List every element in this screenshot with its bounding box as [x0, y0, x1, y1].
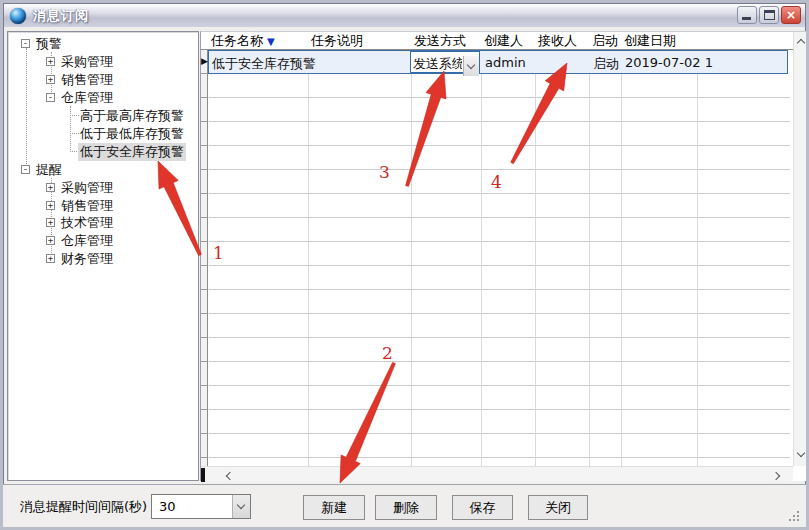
tree-connector — [26, 48, 27, 170]
tree-item-diyu-zuidi[interactable]: 低于最低库存预警 — [78, 125, 186, 142]
header-receiver[interactable]: 接收人 — [535, 32, 589, 50]
header-task-name[interactable]: 任务名称▼ — [208, 32, 308, 50]
send-method-dropdown[interactable]: 发送系统 — [410, 51, 480, 73]
app-globe-icon — [10, 8, 26, 24]
task-grid: 任务名称▼ 任务说明 发送方式 创建人 接收人 启动 创建日期 ▶ 低于安全库存… — [200, 31, 806, 481]
expand-icon[interactable]: + — [46, 183, 55, 192]
window-title: 消息订阅 — [33, 7, 89, 25]
minimize-icon — [742, 17, 751, 20]
scroll-left-icon[interactable] — [226, 472, 234, 480]
close-button[interactable]: × — [781, 6, 801, 24]
tree-item-caiwu[interactable]: +财务管理 — [46, 250, 115, 267]
collapse-icon[interactable]: - — [46, 93, 55, 102]
row-indicator-column: ▶ — [201, 50, 208, 466]
tree-item-diyu-anquan[interactable]: 低于安全库存预警 — [78, 143, 186, 160]
tree-item-gaoyu-zuigao[interactable]: 高于最高库存预警 — [78, 107, 186, 124]
header-created-date[interactable]: 创建日期 — [621, 32, 697, 50]
close-dialog-button[interactable]: 关闭 — [528, 495, 588, 520]
scroll-down-icon[interactable] — [797, 449, 805, 457]
scroll-right-icon[interactable] — [772, 472, 780, 480]
grid-header: 任务名称▼ 任务说明 发送方式 创建人 接收人 启动 创建日期 — [201, 32, 793, 50]
message-subscription-window: 消息订阅 × -预警 +采购管理 +销售管理 -仓库管理 高于最高库存预警 低于… — [0, 0, 809, 530]
header-send-method[interactable]: 发送方式 — [411, 32, 481, 50]
tree-item-cangku-1[interactable]: -仓库管理 — [46, 89, 115, 106]
horizontal-scrollbar[interactable] — [201, 466, 793, 482]
cell-start: 启动 — [593, 55, 619, 73]
vertical-scrollbar[interactable] — [793, 32, 807, 466]
table-row[interactable]: 低于安全库存预警 发送系统 admin 启动 2019-07-02 1 — [208, 50, 788, 74]
maximize-button[interactable] — [759, 6, 779, 24]
header-start[interactable]: 启动 — [589, 32, 621, 50]
tree-item-caigou-1[interactable]: +采购管理 — [46, 53, 115, 70]
current-row-marker-icon: ▶ — [201, 56, 208, 66]
dropdown-button[interactable] — [232, 495, 250, 518]
scroll-up-icon[interactable] — [797, 39, 805, 47]
cell-creator: admin — [485, 55, 526, 70]
tree-item-jishu[interactable]: +技术管理 — [46, 214, 115, 231]
tree-item-tixing[interactable]: -提醒 — [21, 161, 64, 178]
tree-item-yujing[interactable]: -预警 — [21, 35, 64, 52]
expand-icon[interactable]: + — [46, 236, 55, 245]
collapse-icon[interactable]: - — [21, 39, 30, 48]
expand-icon[interactable]: + — [46, 201, 55, 210]
interval-value: 30 — [159, 499, 176, 514]
cell-created-date: 2019-07-02 1 — [625, 55, 713, 70]
cell-task-name: 低于安全库存预警 — [212, 55, 316, 73]
tree-connector — [70, 106, 71, 152]
chevron-down-icon — [237, 501, 245, 509]
maximize-icon — [764, 10, 775, 20]
expand-icon[interactable]: + — [46, 254, 55, 263]
delete-button[interactable]: 删除 — [375, 495, 437, 520]
category-tree: -预警 +采购管理 +销售管理 -仓库管理 高于最高库存预警 低于最低库存预警 … — [7, 31, 199, 481]
bottom-bar: 消息提醒时间间隔(秒) 30 新建 删除 保存 关闭 — [3, 485, 806, 527]
sort-desc-icon[interactable]: ▼ — [267, 36, 275, 47]
new-button[interactable]: 新建 — [303, 495, 365, 520]
tree-item-cangku-2[interactable]: +仓库管理 — [46, 232, 115, 249]
tree-item-caigou-2[interactable]: +采购管理 — [46, 179, 115, 196]
title-bar[interactable]: 消息订阅 × — [4, 4, 805, 27]
resize-grip-icon[interactable] — [789, 509, 801, 521]
chevron-down-icon — [467, 61, 475, 69]
tree-item-xiaoshou-2[interactable]: +销售管理 — [46, 197, 115, 214]
tree-item-xiaoshou-1[interactable]: +销售管理 — [46, 71, 115, 88]
expand-icon[interactable]: + — [46, 57, 55, 66]
header-creator[interactable]: 创建人 — [481, 32, 535, 50]
save-button[interactable]: 保存 — [452, 495, 513, 520]
interval-select[interactable]: 30 — [151, 494, 251, 519]
dropdown-button[interactable] — [463, 56, 479, 76]
expand-icon[interactable]: + — [46, 75, 55, 84]
interval-label: 消息提醒时间间隔(秒) — [20, 498, 147, 516]
collapse-icon[interactable]: - — [21, 165, 30, 174]
scrollbar-stub — [201, 468, 205, 482]
grid-body[interactable] — [209, 74, 790, 466]
expand-icon[interactable]: + — [46, 218, 55, 227]
header-task-desc[interactable]: 任务说明 — [308, 32, 411, 50]
minimize-button[interactable] — [737, 6, 757, 24]
